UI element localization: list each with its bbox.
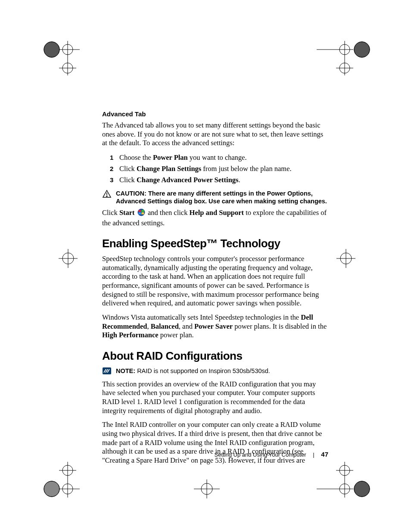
svg-point-23 xyxy=(62,484,73,494)
svg-point-10 xyxy=(339,63,350,73)
note-icon xyxy=(102,367,112,376)
caution-text: CAUTION: There are many different settin… xyxy=(116,190,328,205)
list-item: 2 Click Change Plan Settings from just b… xyxy=(102,164,328,174)
raid-p1: This section provides an overview of the… xyxy=(102,380,328,416)
svg-point-25 xyxy=(44,481,59,497)
svg-point-8 xyxy=(339,44,350,55)
advanced-tab-post: Click Start and then click Help and Supp… xyxy=(102,208,328,227)
svg-point-38 xyxy=(106,196,107,196)
svg-point-27 xyxy=(201,483,212,495)
caution-callout: CAUTION: There are many different settin… xyxy=(102,190,328,205)
svg-point-17 xyxy=(340,253,352,264)
svg-point-2 xyxy=(62,44,73,55)
speedstep-p1: SpeedStep technology controls your compu… xyxy=(102,255,328,308)
registration-mark-icon xyxy=(194,476,220,502)
svg-point-26 xyxy=(44,481,59,497)
step-number: 3 xyxy=(110,175,113,184)
caution-icon xyxy=(102,190,112,200)
advanced-tab-heading: Advanced Tab xyxy=(102,110,328,118)
page-footer: Setting Up and Using Your Computer | 47 xyxy=(102,451,328,458)
svg-point-35 xyxy=(354,481,370,497)
svg-point-36 xyxy=(354,481,370,497)
svg-point-0 xyxy=(44,42,59,57)
registration-mark-icon xyxy=(317,39,373,78)
svg-point-39 xyxy=(137,208,145,216)
registration-mark-icon xyxy=(41,39,80,78)
page-content: Advanced Tab The Advanced tab allows you… xyxy=(102,110,328,470)
speedstep-heading: Enabling SpeedStep™ Technology xyxy=(102,237,328,250)
footer-separator: | xyxy=(313,451,314,458)
raid-p2: The Intel RAID controller on your comput… xyxy=(102,420,328,465)
svg-point-14 xyxy=(62,253,74,264)
note-text: NOTE: RAID is not supported on Inspiron … xyxy=(116,367,328,375)
step-number: 1 xyxy=(110,153,113,162)
svg-point-33 xyxy=(339,484,350,494)
svg-point-5 xyxy=(62,63,73,73)
windows-start-icon xyxy=(137,208,145,219)
svg-point-13 xyxy=(354,42,370,57)
raid-heading: About RAID Configurations xyxy=(102,349,328,363)
registration-mark-icon xyxy=(55,246,81,271)
advanced-tab-intro: The Advanced tab allows you to set many … xyxy=(102,121,328,148)
speedstep-p2: Windows Vista automatically sets Intel S… xyxy=(102,313,328,340)
svg-point-30 xyxy=(339,465,350,476)
registration-mark-icon xyxy=(333,246,359,271)
advanced-tab-steps: 1 Choose the Power Plan you want to chan… xyxy=(102,153,328,185)
list-item: 1 Choose the Power Plan you want to chan… xyxy=(102,153,328,162)
svg-point-20 xyxy=(62,465,73,476)
svg-point-1 xyxy=(44,42,59,57)
footer-chapter: Setting Up and Using Your Computer xyxy=(214,451,306,458)
svg-point-12 xyxy=(354,42,370,57)
footer-page-number: 47 xyxy=(321,451,328,458)
step-number: 2 xyxy=(110,164,113,173)
registration-mark-icon xyxy=(41,461,80,500)
note-callout: NOTE: RAID is not supported on Inspiron … xyxy=(102,367,328,376)
list-item: 3 Click Change Advanced Power Settings. xyxy=(102,175,328,185)
